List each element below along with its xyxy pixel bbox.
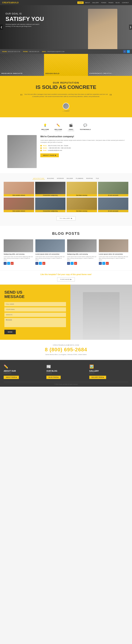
contact-website-input[interactable] — [4, 313, 66, 317]
blog-img-2[interactable] — [36, 239, 65, 252]
blog-facebook-3[interactable]: f — [67, 262, 70, 265]
nav-link-gallery[interactable]: Gallery — [91, 2, 100, 4]
blog-googleplus-3[interactable]: g+ — [74, 262, 77, 265]
gallery-item-5[interactable]: Duis asstam voluom — [4, 198, 34, 212]
gallery-label-1: Duis asstam voluom — [4, 194, 34, 196]
welcome-info-hours: Hours: Mon-Fri 9:00-17:00, Sat - Closed — [40, 145, 125, 146]
gallery-item-3[interactable]: Sed diam nonumy — [66, 182, 97, 196]
footer-gallery-button[interactable]: GALLERY PAGE ▶ — [89, 376, 106, 379]
blog-googleplus-2[interactable]: g+ — [42, 262, 45, 265]
filter-plumbing[interactable]: PLUMBING — [75, 178, 84, 180]
footer-blog-button[interactable]: BLOG PAGE ▶ — [46, 376, 61, 379]
blog-title-3: Sadipscing elittr, sed nonumy — [67, 253, 96, 255]
mobile-info-label: Mobile: — [43, 147, 48, 149]
gallery-item-6[interactable]: Consectetur sadipscing — [35, 198, 66, 212]
tab-testimonials[interactable]: 💬 TESTIMONIALS — [80, 123, 91, 132]
nav-link-pages[interactable]: Pages — [108, 2, 114, 4]
video-label: VIDEO — [68, 129, 74, 130]
nav-link-blog[interactable]: Blog — [115, 2, 121, 4]
to-gallery-button[interactable]: TO GALLERY ▶ — [56, 216, 76, 220]
contact-email-input[interactable] — [4, 307, 66, 312]
gallery-item-8[interactable]: At vero accusam — [98, 198, 128, 212]
gallery-item-7[interactable]: Sed diam nonumy — [66, 198, 97, 212]
filter-interior[interactable]: INTERIOR — [56, 178, 64, 180]
blog-twitter-4[interactable]: t — [102, 262, 105, 265]
hours-info-label: Hours: — [43, 145, 47, 146]
purchase-button[interactable]: PURCHASE ▶ — [57, 277, 75, 282]
contact-submit-button[interactable]: SEND — [4, 330, 16, 334]
gallery-label-3: Sed diam nonumy — [66, 194, 97, 196]
blog-title-2: Lorem ipsum dolor sit consectetur — [36, 253, 65, 255]
promo-banner: Like this template? Get your copy of thi… — [0, 270, 132, 284]
blog-img-3[interactable] — [67, 239, 96, 252]
filter-architecture[interactable]: ARCHITECTURE — [32, 178, 45, 180]
contact-title-line1: SEND US — [4, 290, 66, 294]
hero-person-image — [88, 9, 117, 49]
nav-link-fonds[interactable]: Fonds — [100, 2, 107, 4]
testimonial-avatar — [63, 103, 69, 110]
nav-link-contact[interactable]: Contact — [121, 2, 130, 4]
gallery-item-1[interactable]: Duis asstam voluom — [4, 182, 34, 196]
blog-googleplus-4[interactable]: g+ — [106, 262, 109, 265]
brand-logo[interactable]: CREATE&BUILD — [2, 2, 19, 4]
tab-welcome-us[interactable]: 💡 WELCOME TO US — [41, 123, 49, 132]
hero-next-arrow[interactable]: ❯ — [129, 24, 132, 30]
blog-facebook-2[interactable]: f — [36, 262, 38, 265]
facebook-button[interactable]: f — [123, 50, 126, 53]
info-bar: HOURS: MON-SAT 8:00-17:00 PHONE: +386 90… — [0, 49, 132, 54]
hero-prev-arrow[interactable]: ❮ — [0, 24, 3, 30]
about-page-button[interactable]: ABOUT PAGE ▶ — [40, 154, 59, 157]
filter-roofing[interactable]: ROOFING — [86, 178, 94, 180]
blog-facebook-1[interactable]: f — [4, 262, 6, 265]
phone-label: PHONE: — [23, 51, 28, 52]
contact-message-input[interactable] — [4, 318, 66, 327]
footer: ✏️ ABOUT OUR COMPANY ABOUT PAGE ▶ 📰 OUR … — [0, 360, 132, 387]
contact-name-input[interactable] — [4, 302, 66, 306]
welcome-section: 💡 WELCOME TO US ✏️ WELCOME SOMETHING 🎬 V… — [0, 117, 132, 174]
gallery-item-4[interactable]: At vero accusam — [98, 182, 128, 196]
panel-research-label: RESEARCH INNOVATE — [2, 72, 22, 74]
contact-photo-side — [70, 284, 132, 340]
blog-title-1: Sadipscing elittr, sed nonumy — [4, 253, 33, 255]
hero-title: SATISFY YOU — [6, 16, 44, 22]
welcome-photo — [7, 135, 37, 168]
filter-tile[interactable]: TILE — [95, 178, 100, 180]
footer-gallery-sub: POSTS — [89, 372, 128, 374]
phone-section: CREATE&BUILD@INFO.COM 8 (800) 695-2684 S… — [0, 340, 132, 360]
blog-facebook-4[interactable]: f — [99, 262, 102, 265]
gallery-btn-label: TO GALLERY ▶ — [60, 218, 72, 219]
footer-about-button[interactable]: ABOUT PAGE ▶ — [4, 376, 19, 379]
contact-form-side: SEND US MESSAGE SEND — [0, 284, 70, 340]
blog-twitter-1[interactable]: t — [7, 262, 10, 265]
phone-number-display: 8 (800) 695-2684 — [4, 347, 128, 352]
blog-googleplus-1[interactable]: g+ — [11, 262, 14, 265]
nav-link-about[interactable]: About — [84, 2, 91, 4]
gallery-filter-bar: ARCHITECTURE BUILDING INTERIOR BUILDER P… — [4, 178, 128, 180]
hero-description: Working together with talented craftsmen… — [6, 23, 42, 27]
hero-subtitle: Our goal is — [6, 12, 44, 15]
welcome-us-label: WELCOME — [41, 129, 49, 130]
tab-video[interactable]: 🎬 VIDEO SOMETHING — [68, 123, 74, 132]
tab-welcome-something[interactable]: ✏️ WELCOME SOMETHING — [54, 123, 62, 132]
twitter-button[interactable]: t — [127, 50, 130, 53]
footer-blog-sub: POSTS — [46, 372, 86, 374]
footer-blog-icon: 📰 — [46, 364, 86, 369]
blog-section-title: BLOG POSTS — [4, 232, 128, 236]
nav-link-home[interactable]: Home — [77, 2, 84, 4]
gallery-item-2[interactable]: Consectetur sadipscing — [35, 182, 66, 196]
panel-experience[interactable]: EXPERIENCE CREATIVI... — [88, 54, 132, 76]
footer-copyright: © 2014 Create and Build. All rights rese… — [4, 382, 128, 385]
reputation-section: OUR REPUTATION IS SOLID AS CONCRETE " Yo… — [0, 76, 132, 117]
blog-twitter-3[interactable]: t — [70, 262, 74, 265]
blog-section: BLOG POSTS Sadipscing elittr, sed nonumy… — [0, 226, 132, 270]
navbar: CREATE&BUILD Home About Gallery Fonds Pa… — [0, 0, 132, 5]
panel-design[interactable]: DESIGN BUILD — [44, 54, 88, 76]
blog-img-4[interactable] — [99, 239, 128, 252]
gallery-label-8: At vero accusam — [98, 210, 128, 212]
filter-building[interactable]: BUILDING — [46, 178, 55, 180]
blog-img-1[interactable] — [4, 239, 33, 252]
phone-value: +386 903-956-100 — [28, 51, 39, 52]
filter-builder[interactable]: BUILDER — [66, 178, 74, 180]
panel-research[interactable]: RESEARCH INNOVATE — [0, 54, 44, 76]
blog-twitter-2[interactable]: t — [39, 262, 42, 265]
